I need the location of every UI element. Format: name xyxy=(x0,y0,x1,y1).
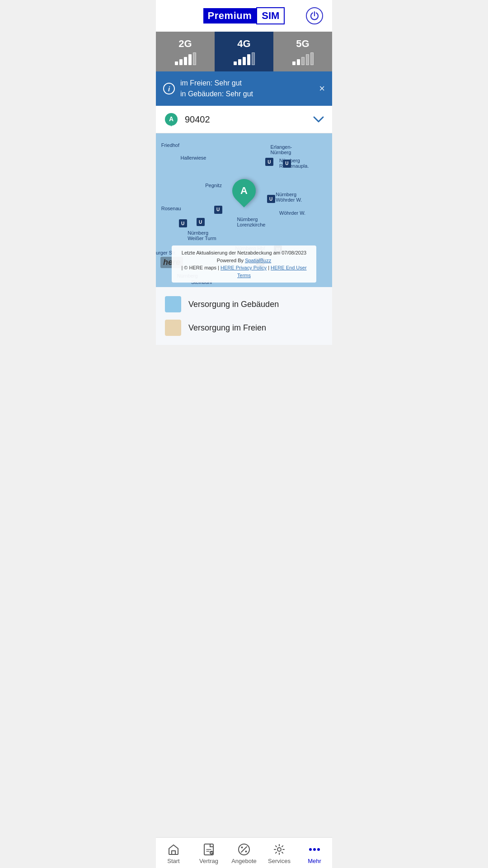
legend-label-outdoor: Versorgung im Freien xyxy=(188,323,266,333)
bar-1 xyxy=(234,61,237,65)
nav-label-services: Services xyxy=(268,858,291,864)
tab-4g[interactable]: 4G xyxy=(215,32,273,71)
svg-point-12 xyxy=(313,848,316,851)
close-button[interactable]: × xyxy=(319,83,325,94)
info-banner: i im Freien: Sehr gut in Gebäuden: Sehr … xyxy=(156,71,332,106)
bar-5 xyxy=(193,52,196,65)
map-label: NürnbergLorenzkirche xyxy=(237,217,265,227)
info-icon: i xyxy=(163,83,175,94)
nav-item-vertrag[interactable]: Vertrag xyxy=(191,838,226,868)
pin-body: A xyxy=(227,174,261,208)
home-icon xyxy=(167,843,180,856)
svg-rect-3 xyxy=(172,851,175,854)
powered-by: Powered By SpatialBuzz xyxy=(178,257,310,264)
nav-spacer xyxy=(156,345,332,386)
metro-icon: U xyxy=(283,160,291,168)
bar-2 xyxy=(238,59,241,65)
nav-label-mehr: Mehr xyxy=(308,858,321,864)
map-container[interactable]: Friedhof Hallerwiese Pegnitz Erlangen-Nü… xyxy=(156,133,332,287)
app-logo: Premium SIM xyxy=(203,7,285,24)
map-label: Hallerwiese xyxy=(181,155,206,160)
metro-icon: U xyxy=(197,218,205,226)
metro-icon: U xyxy=(214,206,222,214)
nav-label-vertrag: Vertrag xyxy=(199,858,218,864)
map-info-box: Letzte Aktualisierung der Netzabdeckung … xyxy=(172,245,316,283)
dots-icon xyxy=(308,843,321,856)
legend-item-outdoor: Versorgung im Freien xyxy=(165,320,323,336)
location-row[interactable]: A 90402 xyxy=(156,106,332,133)
svg-point-5 xyxy=(210,851,213,854)
document-icon xyxy=(202,843,215,856)
bar-1 xyxy=(292,61,296,65)
tab-2g[interactable]: 2G xyxy=(156,32,215,71)
tab-2g-label: 2G xyxy=(178,38,192,50)
svg-point-11 xyxy=(309,848,312,851)
bottom-nav: Start Vertrag Angebote xyxy=(156,837,332,868)
location-zipcode: 90402 xyxy=(185,114,307,125)
nav-item-angebote[interactable]: Angebote xyxy=(226,838,262,868)
metro-icon: U xyxy=(179,219,187,227)
legend-color-buildings xyxy=(165,296,181,312)
map-label: Rosenau xyxy=(161,206,181,211)
gear-icon xyxy=(273,843,286,856)
bar-4 xyxy=(247,54,250,65)
signal-bars-5g xyxy=(292,52,314,65)
map-label: Wöhrder W. xyxy=(279,210,305,216)
signal-bars-4g xyxy=(234,52,255,65)
power-button[interactable] xyxy=(306,7,323,24)
tab-5g-label: 5G xyxy=(296,38,309,50)
pin-label: A xyxy=(240,185,248,197)
nav-label-start: Start xyxy=(167,858,179,864)
map-label: NürnbergWeißer Turm xyxy=(188,230,216,241)
bar-3 xyxy=(301,57,305,65)
svg-point-8 xyxy=(245,851,247,853)
logo-premium: Premium xyxy=(203,8,257,24)
copyright-line: | © HERE maps | HERE Privacy Policy | HE… xyxy=(178,264,310,279)
map-label: NürnbergWöhrder W. xyxy=(276,192,302,203)
signal-bars-2g xyxy=(175,52,196,65)
nav-label-angebote: Angebote xyxy=(231,858,257,864)
legend-item-buildings: Versorgung in Gebäuden xyxy=(165,296,323,312)
app-header: Premium SIM xyxy=(156,0,332,32)
network-tabs: 2G 4G 5G xyxy=(156,32,332,71)
info-line2: in Gebäuden: Sehr gut xyxy=(180,90,253,98)
bar-4 xyxy=(188,54,192,65)
update-text: Letzte Aktualisierung der Netzabdeckung … xyxy=(178,249,310,257)
nav-item-start[interactable]: Start xyxy=(156,838,191,868)
map-label: Friedhof xyxy=(161,142,179,148)
info-text: im Freien: Sehr gut in Gebäuden: Sehr gu… xyxy=(180,78,314,99)
bar-3 xyxy=(184,57,187,65)
legend-color-outdoor xyxy=(165,320,181,336)
bar-2 xyxy=(297,59,300,65)
svg-point-13 xyxy=(317,848,320,851)
bar-2 xyxy=(179,59,183,65)
svg-point-7 xyxy=(241,847,243,849)
location-pin-icon: A xyxy=(163,111,179,127)
nav-item-services[interactable]: Services xyxy=(262,838,297,868)
bar-5 xyxy=(252,52,255,65)
bar-1 xyxy=(175,61,178,65)
legend: Versorgung in Gebäuden Versorgung im Fre… xyxy=(156,287,332,345)
bar-3 xyxy=(243,57,246,65)
svg-text:A: A xyxy=(169,115,174,123)
chevron-down-icon[interactable] xyxy=(312,115,325,123)
nav-item-mehr[interactable]: Mehr xyxy=(297,838,332,868)
bar-4 xyxy=(306,54,309,65)
metro-icon: U xyxy=(265,158,273,166)
bar-5 xyxy=(310,52,314,65)
info-line1: im Freien: Sehr gut xyxy=(180,79,242,87)
tab-5g[interactable]: 5G xyxy=(273,32,332,71)
logo-sim: SIM xyxy=(256,7,285,24)
svg-point-10 xyxy=(277,848,281,851)
percent-icon xyxy=(238,843,250,856)
legend-label-buildings: Versorgung in Gebäuden xyxy=(188,300,279,309)
tab-4g-label: 4G xyxy=(237,38,250,50)
map-label: Erlangen-Nürnberg xyxy=(271,144,292,155)
metro-icon: U xyxy=(267,195,275,203)
map-location-pin: A xyxy=(232,179,256,203)
map-label: Pegnitz xyxy=(205,183,222,188)
